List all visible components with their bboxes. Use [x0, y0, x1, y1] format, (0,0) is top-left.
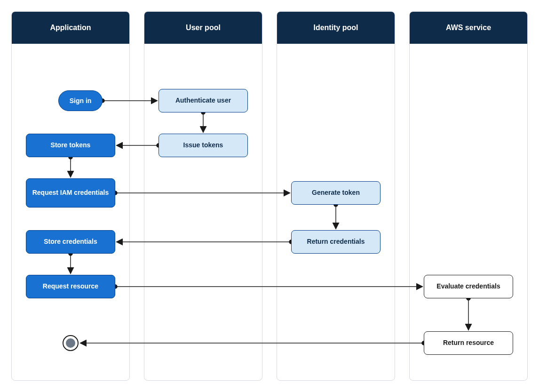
lane-header-application: Application	[12, 12, 129, 44]
node-label: Store credentials	[44, 238, 97, 246]
end-terminal	[63, 335, 79, 351]
node-label: Issue tokens	[183, 141, 223, 150]
node-store-tokens: Store tokens	[26, 134, 115, 157]
node-return-credentials: Return credentials	[291, 230, 380, 254]
lane-header-aws-service: AWS service	[410, 12, 527, 44]
lane-header-identity-pool: Identity pool	[277, 12, 395, 44]
node-authenticate-user: Authenticate user	[159, 89, 248, 112]
node-generate-token: Generate token	[291, 181, 380, 205]
lane-header-user-pool: User pool	[144, 12, 262, 44]
node-request-resource: Request resource	[26, 275, 115, 298]
node-label: Store tokens	[51, 141, 91, 150]
node-request-iam-credentials: Request IAM credentials	[26, 178, 115, 208]
node-label: Evaluate credentials	[436, 282, 500, 291]
start-sign-in: Sign in	[58, 90, 103, 111]
node-label: Request IAM credentials	[32, 189, 109, 197]
sequence-diagram: Application User pool Identity pool AWS …	[11, 11, 528, 381]
node-issue-tokens: Issue tokens	[159, 134, 248, 157]
node-label: Return credentials	[307, 238, 365, 246]
lane-aws-service: AWS service	[409, 11, 528, 381]
lane-user-pool: User pool	[144, 11, 262, 381]
node-store-credentials: Store credentials	[26, 230, 115, 254]
node-label: Authenticate user	[175, 96, 231, 105]
end-terminal-inner	[66, 338, 75, 348]
node-return-resource: Return resource	[424, 331, 513, 355]
node-evaluate-credentials: Evaluate credentials	[424, 275, 513, 298]
node-label: Request resource	[43, 282, 98, 291]
node-label: Generate token	[312, 189, 360, 197]
node-label: Return resource	[443, 339, 494, 347]
start-label: Sign in	[70, 97, 92, 104]
